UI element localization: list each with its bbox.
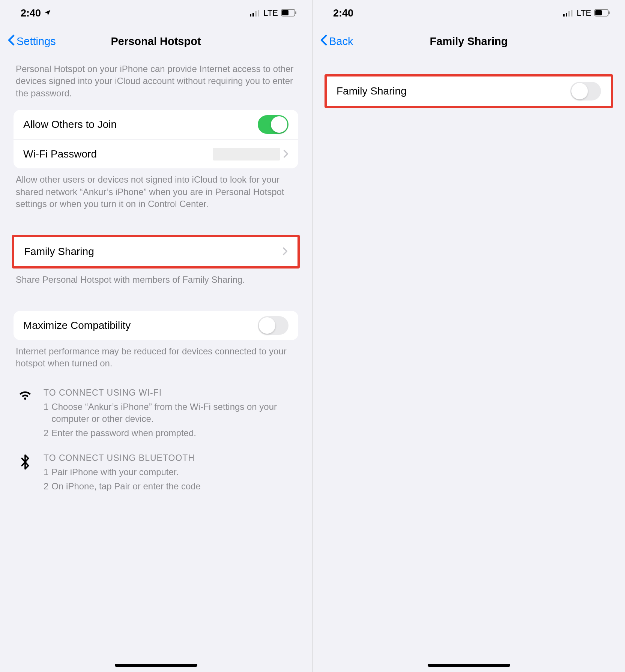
battery-icon xyxy=(281,8,297,19)
bluetooth-icon xyxy=(16,453,35,495)
row-wifi-password[interactable]: Wi-Fi Password xyxy=(14,139,298,168)
svg-rect-7 xyxy=(563,14,565,16)
family-sharing-toggle[interactable] xyxy=(570,82,601,100)
svg-rect-1 xyxy=(252,13,254,16)
wifi-password-label: Wi-Fi Password xyxy=(23,148,97,160)
bt-step-2: On iPhone, tap Pair or enter the code xyxy=(51,480,201,492)
maximize-description: Internet performance may be reduced for … xyxy=(14,340,298,380)
bluetooth-instructions: TO CONNECT USING BLUETOOTH 1Pair iPhone … xyxy=(14,446,298,499)
chevron-left-icon xyxy=(8,34,15,48)
intro-description: Personal Hotspot on your iPhone can prov… xyxy=(14,56,298,110)
wifi-icon xyxy=(16,388,35,442)
location-icon xyxy=(44,8,51,19)
network-type: LTE xyxy=(577,8,591,18)
section-join: Allow Others to Join Wi-Fi Password xyxy=(14,110,298,168)
svg-rect-8 xyxy=(566,13,567,16)
svg-rect-12 xyxy=(595,10,602,15)
back-button[interactable]: Back xyxy=(320,34,353,48)
family-sharing-label: Family Sharing xyxy=(24,246,94,258)
allow-others-label: Allow Others to Join xyxy=(23,118,117,130)
row-allow-others[interactable]: Allow Others to Join xyxy=(14,110,298,139)
svg-rect-10 xyxy=(571,10,572,16)
bt-step-1: Pair iPhone with your computer. xyxy=(51,466,179,478)
row-maximize-compat[interactable]: Maximize Compatibility xyxy=(14,311,298,340)
home-indicator[interactable] xyxy=(115,664,197,667)
svg-rect-5 xyxy=(282,10,288,15)
section-maximize: Maximize Compatibility xyxy=(14,311,298,340)
home-indicator[interactable] xyxy=(428,664,510,667)
battery-icon xyxy=(594,8,610,19)
maximize-label: Maximize Compatibility xyxy=(23,320,131,332)
nav-bar: Back Family Sharing xyxy=(312,26,625,56)
back-button[interactable]: Settings xyxy=(8,34,56,48)
cellular-icon xyxy=(563,8,574,19)
family-sharing-highlight: Family Sharing xyxy=(12,235,300,268)
wifi-step-2: Enter the password when prompted. xyxy=(51,427,196,439)
network-type: LTE xyxy=(263,8,278,18)
toggle-knob xyxy=(259,317,275,334)
page-title: Personal Hotspot xyxy=(111,35,201,48)
back-label: Back xyxy=(329,35,353,48)
chevron-right-icon xyxy=(283,148,288,160)
wifi-instructions-header: TO CONNECT USING WI-FI xyxy=(44,388,296,398)
wifi-step-1: Choose “Ankur’s iPhone” from the Wi-Fi s… xyxy=(51,401,296,425)
status-bar: 2:40 LTE xyxy=(312,0,625,26)
chevron-left-icon xyxy=(320,34,328,48)
allow-others-toggle[interactable] xyxy=(258,115,288,134)
family-sharing-description: Share Personal Hotspot with members of F… xyxy=(14,268,298,296)
screen-family-sharing: 2:40 LTE Back Family Sharing Family Shar xyxy=(312,0,625,672)
nav-bar: Settings Personal Hotspot xyxy=(0,26,312,56)
family-sharing-highlight: Family Sharing xyxy=(325,74,613,108)
row-family-sharing[interactable]: Family Sharing xyxy=(14,237,297,266)
chevron-right-icon xyxy=(282,245,288,258)
svg-rect-9 xyxy=(568,11,570,16)
svg-rect-3 xyxy=(258,10,259,16)
svg-rect-13 xyxy=(608,11,610,14)
status-time: 2:40 xyxy=(333,8,353,19)
wifi-password-value xyxy=(213,148,280,160)
svg-rect-0 xyxy=(250,14,251,16)
page-title: Family Sharing xyxy=(430,35,508,48)
back-label: Settings xyxy=(17,35,56,48)
cellular-icon xyxy=(250,8,260,19)
svg-rect-2 xyxy=(255,11,257,16)
allow-description: Allow other users or devices not signed … xyxy=(14,168,298,220)
screen-personal-hotspot: 2:40 LTE Settings Personal Hotspot Perso… xyxy=(0,0,312,672)
maximize-toggle[interactable] xyxy=(258,316,288,335)
status-bar: 2:40 LTE xyxy=(0,0,312,26)
row-family-sharing-toggle[interactable]: Family Sharing xyxy=(327,76,611,106)
toggle-knob xyxy=(271,116,287,133)
wifi-instructions: TO CONNECT USING WI-FI 1Choose “Ankur’s … xyxy=(14,380,298,446)
svg-rect-6 xyxy=(295,11,296,14)
family-sharing-label: Family Sharing xyxy=(337,85,407,97)
toggle-knob xyxy=(571,83,588,99)
bt-instructions-header: TO CONNECT USING BLUETOOTH xyxy=(44,453,296,463)
status-time: 2:40 xyxy=(21,8,41,19)
